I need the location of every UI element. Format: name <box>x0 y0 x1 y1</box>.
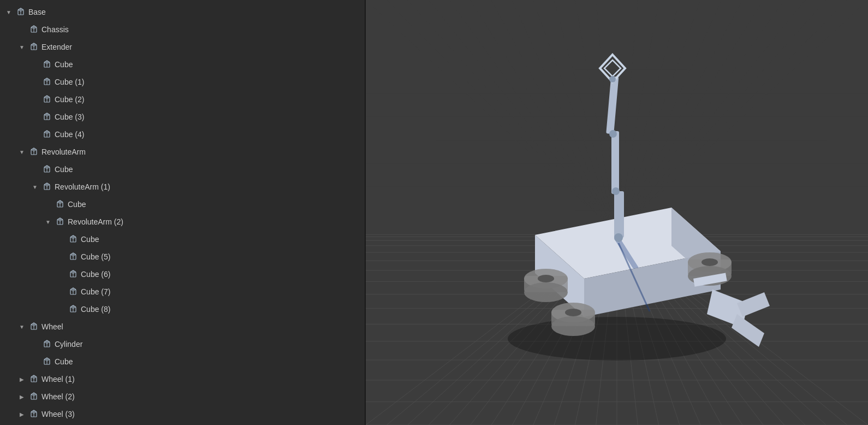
label-wheel-3: Wheel (3) <box>41 410 75 418</box>
arrow-revolute-arm-2[interactable] <box>44 217 52 226</box>
label-cube-r7: Cube (8) <box>81 305 110 314</box>
cube-icon-cube-r3 <box>68 234 79 245</box>
tree-item-cube-r4[interactable]: Cube (5) <box>0 248 365 265</box>
label-cube-r5: Cube (6) <box>81 270 110 279</box>
cube-icon-cube-e5 <box>41 129 52 140</box>
cube-icon-wheel <box>28 321 39 332</box>
cube-icon-cube-e2 <box>41 76 52 87</box>
cube-icon-revolute-arm-2 <box>55 216 66 227</box>
tree-item-wheel-1[interactable]: Wheel (1) <box>0 370 365 388</box>
tree-item-cylinder-w1[interactable]: Cylinder <box>0 335 365 353</box>
tree-item-chassis[interactable]: Chassis <box>0 21 365 38</box>
svg-marker-116 <box>732 314 764 347</box>
svg-marker-122 <box>604 60 621 76</box>
label-cube-r6: Cube (7) <box>81 287 110 296</box>
svg-rect-119 <box>611 131 619 194</box>
tree-item-cube-r2[interactable]: Cube <box>0 196 365 213</box>
label-wheel: Wheel <box>41 322 63 331</box>
cube-icon-cube-w1 <box>41 356 52 367</box>
cube-icon-extender <box>28 42 39 52</box>
label-revolute-arm-2: RevoluteArm (2) <box>68 217 123 226</box>
label-revolute-arm-1: RevoluteArm (1) <box>55 182 110 191</box>
arrow-extender[interactable] <box>17 43 26 51</box>
tree-item-revolute-arm-2[interactable]: RevoluteArm (2) <box>0 213 365 231</box>
svg-point-126 <box>609 76 616 82</box>
tree-item-cube-e1[interactable]: Cube <box>0 56 365 73</box>
tree-item-extender[interactable]: Extender <box>0 38 365 56</box>
tree-item-cube-e2[interactable]: Cube (1) <box>0 73 365 91</box>
label-cube-w1: Cube <box>55 357 73 366</box>
svg-point-103 <box>524 282 568 302</box>
label-cube-e1: Cube <box>55 60 73 69</box>
cube-icon-cube-r6 <box>68 286 79 297</box>
tree-item-wheel[interactable]: Wheel <box>0 318 365 335</box>
arrow-revolute-arm[interactable] <box>17 147 26 156</box>
label-revolute-arm: RevoluteArm <box>41 147 86 156</box>
cube-icon-wheel-1 <box>28 374 39 385</box>
label-wheel-2: Wheel (2) <box>41 392 75 401</box>
tree-item-wheel-3[interactable]: Wheel (3) <box>0 405 365 423</box>
3d-viewport <box>366 0 868 425</box>
tree-item-cube-w1[interactable]: Cube <box>0 353 365 370</box>
cube-icon-revolute-arm <box>28 146 39 157</box>
svg-marker-115 <box>737 292 770 317</box>
cube-icon-chassis <box>28 24 39 35</box>
label-wheel-1: Wheel (1) <box>41 375 75 383</box>
arrow-wheel-3[interactable] <box>17 410 26 418</box>
cube-icon-base <box>15 7 26 17</box>
label-cube-r4: Cube (5) <box>81 252 110 261</box>
label-chassis: Chassis <box>41 25 69 34</box>
tree-item-wheel-2[interactable]: Wheel (2) <box>0 388 365 405</box>
svg-point-125 <box>609 130 617 138</box>
label-cube-e2: Cube (1) <box>55 78 84 86</box>
svg-point-111 <box>551 316 595 336</box>
label-cylinder-w1: Cylinder <box>55 340 82 349</box>
arrow-wheel-2[interactable] <box>17 392 26 401</box>
svg-point-104 <box>538 275 554 282</box>
cube-icon-wheel-2 <box>28 391 39 402</box>
svg-point-96 <box>508 317 726 361</box>
label-cube-r1: Cube <box>55 165 73 174</box>
cube-icon-cylinder-w1 <box>41 339 52 350</box>
tree-item-revolute-arm-1[interactable]: RevoluteArm (1) <box>0 178 365 196</box>
label-cube-r2: Cube <box>68 200 86 209</box>
robot-scene <box>366 0 868 425</box>
label-cube-e5: Cube (4) <box>55 130 84 139</box>
cube-icon-cube-r7 <box>68 304 79 315</box>
arrow-wheel-1[interactable] <box>17 375 26 383</box>
tree-item-base[interactable]: Base <box>0 3 365 21</box>
tree-item-cube-r1[interactable]: Cube <box>0 161 365 178</box>
arrow-base[interactable] <box>4 8 13 16</box>
label-cube-e3: Cube (2) <box>55 95 84 104</box>
tree-item-cube-e3[interactable]: Cube (2) <box>0 91 365 108</box>
cube-icon-cube-e3 <box>41 94 52 105</box>
svg-point-123 <box>614 233 623 242</box>
arrow-wheel[interactable] <box>17 322 26 331</box>
svg-point-112 <box>565 309 581 316</box>
cube-icon-cube-e1 <box>41 59 52 70</box>
cube-icon-revolute-arm-1 <box>41 181 52 192</box>
cube-icon-wheel-3 <box>28 409 39 420</box>
cube-icon-cube-r1 <box>41 164 52 175</box>
cube-icon-cube-r4 <box>68 251 79 262</box>
label-cube-e4: Cube (3) <box>55 113 84 121</box>
svg-rect-120 <box>606 76 619 134</box>
tree-item-cube-e4[interactable]: Cube (3) <box>0 108 365 126</box>
svg-rect-117 <box>614 191 624 238</box>
tree-item-cube-r3[interactable]: Cube <box>0 231 365 248</box>
label-base: Base <box>28 8 46 16</box>
cube-icon-cube-r5 <box>68 269 79 280</box>
hierarchy-panel[interactable]: Base Chassis Extender Cube Cube (1) <box>0 0 366 425</box>
cube-icon-cube-r2 <box>55 199 66 210</box>
tree-item-cube-r5[interactable]: Cube (6) <box>0 265 365 283</box>
tree-item-cube-r6[interactable]: Cube (7) <box>0 283 365 300</box>
svg-point-108 <box>701 258 718 266</box>
svg-point-124 <box>612 187 620 195</box>
label-extender: Extender <box>41 43 72 51</box>
tree-item-cube-e5[interactable]: Cube (4) <box>0 126 365 143</box>
cube-icon-cube-e4 <box>41 111 52 122</box>
tree-item-revolute-arm[interactable]: RevoluteArm <box>0 143 365 161</box>
arrow-revolute-arm-1[interactable] <box>31 182 39 191</box>
label-cube-r3: Cube <box>81 235 99 244</box>
tree-item-cube-r7[interactable]: Cube (8) <box>0 300 365 318</box>
